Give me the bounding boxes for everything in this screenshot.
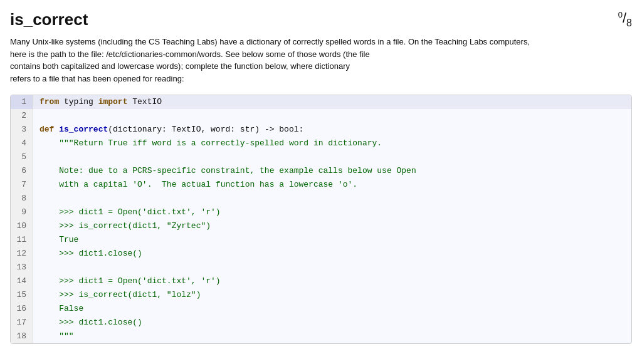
code-editor[interactable]: 1 from typing import TextIO 2 3 def is_c… — [10, 95, 632, 344]
code-line-10: 10 >>> is_correct(dict1, "Zyrtec") — [11, 219, 631, 233]
desc-line2: here is the path to the file: /etc/dicti… — [10, 49, 370, 59]
line-num-7: 7 — [11, 178, 33, 192]
line-num-2: 2 — [11, 109, 33, 123]
header-row: is_correct 0/8 — [10, 10, 632, 29]
line-content-15: >>> is_correct(dict1, "lolz") — [33, 288, 201, 302]
code-line-16: 16 False — [11, 302, 631, 316]
code-line-12: 12 >>> dict1.close() — [11, 247, 631, 261]
line-content-11: True — [33, 233, 78, 247]
line-num-17: 17 — [11, 316, 33, 330]
code-line-13: 13 — [11, 261, 631, 274]
code-line-6: 6 Note: due to a PCRS-specific constrain… — [11, 164, 631, 178]
code-line-3: 3 def is_correct(dictionary: TextIO, wor… — [11, 123, 631, 137]
line-content-10: >>> is_correct(dict1, "Zyrtec") — [33, 219, 211, 233]
line-content-16: False — [33, 302, 83, 316]
line-content-9: >>> dict1 = Open('dict.txt', 'r') — [33, 205, 221, 219]
line-content-12: >>> dict1.close() — [33, 247, 142, 261]
line-num-12: 12 — [11, 247, 33, 261]
line-content-8 — [33, 192, 45, 205]
line-num-3: 3 — [11, 123, 33, 137]
code-line-1: 1 from typing import TextIO — [11, 95, 631, 109]
line-content-13 — [33, 261, 45, 274]
line-num-10: 10 — [11, 219, 33, 233]
score-display: 0/8 — [618, 10, 632, 29]
line-content-4: """Return True iff word is a correctly-s… — [33, 137, 382, 150]
line-content-7: with a capital 'O'. The actual function … — [33, 178, 357, 192]
line-num-4: 4 — [11, 137, 33, 150]
line-content-5 — [33, 150, 45, 164]
line-content-1: from typing import TextIO — [33, 95, 162, 109]
line-content-14: >>> dict1 = Open('dict.txt', 'r') — [33, 274, 221, 288]
code-line-2: 2 — [11, 109, 631, 123]
line-content-3: def is_correct(dictionary: TextIO, word:… — [33, 123, 303, 137]
problem-description: Many Unix-like systems (including the CS… — [10, 36, 599, 85]
desc-line1: Many Unix-like systems (including the CS… — [10, 37, 530, 46]
line-num-6: 6 — [11, 164, 33, 178]
line-num-18: 18 — [11, 330, 33, 343]
line-num-16: 16 — [11, 302, 33, 316]
line-content-18: """ — [33, 330, 74, 343]
code-line-18: 18 """ — [11, 330, 631, 343]
code-line-8: 8 — [11, 192, 631, 205]
score-numerator: 0 — [618, 10, 623, 19]
line-num-1: 1 — [11, 95, 33, 109]
page-title: is_correct — [10, 10, 88, 29]
code-line-9: 9 >>> dict1 = Open('dict.txt', 'r') — [11, 205, 631, 219]
line-num-5: 5 — [11, 150, 33, 164]
desc-line4: refers to a file that has been opened fo… — [10, 74, 184, 83]
line-num-13: 13 — [11, 261, 33, 274]
code-line-15: 15 >>> is_correct(dict1, "lolz") — [11, 288, 631, 302]
line-content-6: Note: due to a PCRS-specific constraint,… — [33, 164, 416, 178]
code-line-4: 4 """Return True iff word is a correctly… — [11, 137, 631, 150]
code-line-14: 14 >>> dict1 = Open('dict.txt', 'r') — [11, 274, 631, 288]
line-num-11: 11 — [11, 233, 33, 247]
code-line-5: 5 — [11, 150, 631, 164]
code-line-17: 17 >>> dict1.close() — [11, 316, 631, 330]
score-denominator: 8 — [626, 18, 632, 28]
line-num-15: 15 — [11, 288, 33, 302]
line-num-14: 14 — [11, 274, 33, 288]
line-content-17: >>> dict1.close() — [33, 316, 142, 330]
desc-line3: contains both capitalized and lowercase … — [10, 61, 350, 71]
code-line-7: 7 with a capital 'O'. The actual functio… — [11, 178, 631, 192]
code-line-11: 11 True — [11, 233, 631, 247]
line-num-9: 9 — [11, 205, 33, 219]
line-num-8: 8 — [11, 192, 33, 205]
